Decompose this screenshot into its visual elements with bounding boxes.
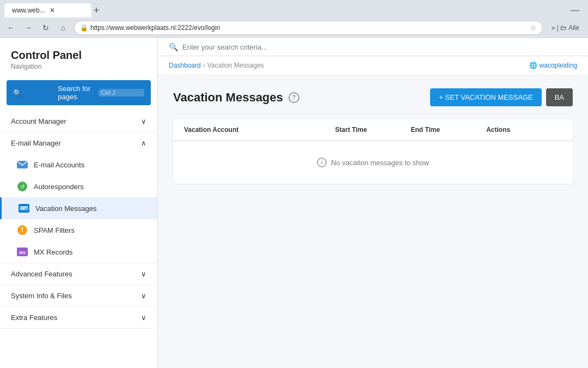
system-info-chevron-icon: ∨ <box>141 292 146 300</box>
advanced-features-section: Advanced Features ∨ <box>0 263 157 285</box>
table-empty-state: i No vacation messages to show <box>173 141 573 184</box>
col-vacation-account: Vacation Account <box>184 126 335 134</box>
email-manager-section: E-mail Manager ∧ E-mail Accounts <box>0 132 157 263</box>
username: wacopleiding <box>540 62 577 69</box>
secure-icon: 🔒 <box>80 24 88 32</box>
sidebar-item-mx-records[interactable]: MX MX Records <box>0 241 157 263</box>
advanced-features-label: Advanced Features <box>11 270 72 278</box>
main-content: 🔍 Dashboard › Vacation Messages 🌐 wacopl… <box>158 38 588 368</box>
search-input-container[interactable]: 🔍 <box>169 43 577 51</box>
col-end-time: End Time <box>411 126 486 134</box>
advanced-features-chevron-icon: ∨ <box>141 270 146 278</box>
search-pages-label: Search for pages <box>58 85 98 101</box>
active-tab[interactable]: www.web... ✕ <box>4 3 91 17</box>
tab-title: www.web... <box>12 7 45 14</box>
extra-features-chevron-icon: ∨ <box>141 313 146 322</box>
sidebar-title: Control Panel <box>11 49 146 62</box>
new-tab-button[interactable]: + <box>94 5 100 16</box>
system-info-header[interactable]: System Info & Files ∨ <box>0 285 157 306</box>
extra-features-section: Extra Features ∨ <box>0 307 157 329</box>
account-manager-label: Account Manager <box>11 117 66 125</box>
content-area: Vacation Messages ? + SET VACATION MESSA… <box>158 75 588 197</box>
email-accounts-label: E-mail Accounts <box>34 161 84 169</box>
page-title: Vacation Messages ? <box>173 91 299 105</box>
empty-message: No vacation messages to show <box>331 159 429 167</box>
action-buttons: + SET VACATION MESSAGE BA <box>430 88 573 106</box>
minimize-button[interactable]: — <box>571 5 584 15</box>
app-container: Control Panel Navigation 🔍 Search for pa… <box>0 38 588 368</box>
url-input[interactable] <box>90 24 530 32</box>
page-title-row: Vacation Messages ? + SET VACATION MESSA… <box>173 88 573 106</box>
sidebar-item-vacation-messages[interactable]: Vacation Messages <box>0 197 157 219</box>
system-info-label: System Info & Files <box>11 292 72 300</box>
advanced-features-header[interactable]: Advanced Features ∨ <box>0 263 157 285</box>
spam-filters-icon: ! <box>16 224 28 236</box>
breadcrumb-current: Vacation Messages <box>207 62 264 69</box>
account-manager-section: Account Manager ∨ <box>0 111 157 132</box>
breadcrumb-path: Dashboard › Vacation Messages <box>169 62 264 69</box>
nav-bar: ← → ↻ ⌂ 🔒 ☆ » | 🗁 Alle <box>0 17 588 38</box>
search-input[interactable] <box>182 43 346 51</box>
forward-button[interactable]: → <box>22 23 35 32</box>
account-manager-chevron-icon: ∨ <box>141 117 146 125</box>
sidebar-subtitle: Navigation <box>11 63 146 70</box>
tab-close-button[interactable]: ✕ <box>50 7 55 14</box>
breadcrumb-separator: › <box>203 62 205 69</box>
svg-rect-6 <box>21 208 25 209</box>
help-icon[interactable]: ? <box>289 92 299 103</box>
breadcrumb: Dashboard › Vacation Messages 🌐 wacoplei… <box>158 56 588 75</box>
bookmarks-bar: » | 🗁 Alle <box>547 21 584 34</box>
extra-features-header[interactable]: Extra Features ∨ <box>0 307 157 328</box>
svg-text:MX: MX <box>19 250 26 255</box>
search-pages-bar[interactable]: 🔍 Search for pages Ctrl J <box>7 80 151 105</box>
vacation-messages-table: Vacation Account Start Time End Time Act… <box>173 119 573 184</box>
sidebar-header: Control Panel Navigation <box>0 38 157 75</box>
user-info: 🌐 wacopleiding <box>529 62 577 69</box>
vacation-messages-icon <box>18 202 30 214</box>
autoresponders-label: Autoresponders <box>34 183 84 191</box>
email-manager-chevron-icon: ∧ <box>141 139 146 147</box>
bookmark-star-icon[interactable]: ☆ <box>530 23 537 32</box>
reload-button[interactable]: ↻ <box>39 23 52 32</box>
autoresponders-icon: ↺ <box>16 180 28 192</box>
browser-chrome: www.web... ✕ + — ← → ↻ ⌂ 🔒 ☆ » | 🗁 Alle <box>0 0 588 38</box>
svg-rect-5 <box>21 207 27 208</box>
mx-records-icon: MX <box>16 246 28 258</box>
top-search-bar: 🔍 <box>158 38 588 56</box>
sidebar-item-email-accounts[interactable]: E-mail Accounts <box>0 154 157 176</box>
spam-filters-label: SPAM Filters <box>34 226 75 234</box>
sidebar-item-spam-filters[interactable]: ! SPAM Filters <box>0 219 157 241</box>
table-header: Vacation Account Start Time End Time Act… <box>173 119 573 141</box>
col-actions: Actions <box>486 126 562 134</box>
sidebar: Control Panel Navigation 🔍 Search for pa… <box>0 38 158 368</box>
home-button[interactable]: ⌂ <box>57 23 70 32</box>
search-icon: 🔍 <box>169 43 178 51</box>
email-accounts-icon <box>16 159 28 171</box>
svg-text:↺: ↺ <box>20 184 24 190</box>
set-vacation-message-button[interactable]: + SET VACATION MESSAGE <box>430 88 541 106</box>
email-manager-header[interactable]: E-mail Manager ∧ <box>0 132 157 154</box>
search-icon: 🔍 <box>13 89 53 97</box>
email-manager-label: E-mail Manager <box>11 139 61 147</box>
user-icon: 🌐 <box>529 62 537 69</box>
extra-features-label: Extra Features <box>11 313 57 322</box>
tab-bar: www.web... ✕ + — <box>0 0 588 17</box>
info-circle-icon: i <box>317 158 327 167</box>
address-bar[interactable]: 🔒 ☆ <box>74 21 543 35</box>
vacation-messages-label: Vacation Messages <box>35 204 97 213</box>
back-button[interactable]: ← <box>4 23 17 32</box>
account-manager-header[interactable]: Account Manager ∨ <box>0 111 157 132</box>
mx-records-label: MX Records <box>34 248 73 256</box>
back-button[interactable]: BA <box>546 88 573 106</box>
sidebar-item-autoresponders[interactable]: ↺ Autoresponders <box>0 176 157 197</box>
svg-text:!: ! <box>21 226 23 234</box>
breadcrumb-home-link[interactable]: Dashboard <box>169 62 201 69</box>
col-start-time: Start Time <box>335 126 411 134</box>
search-shortcut: Ctrl J <box>99 89 144 96</box>
system-info-section: System Info & Files ∨ <box>0 285 157 307</box>
